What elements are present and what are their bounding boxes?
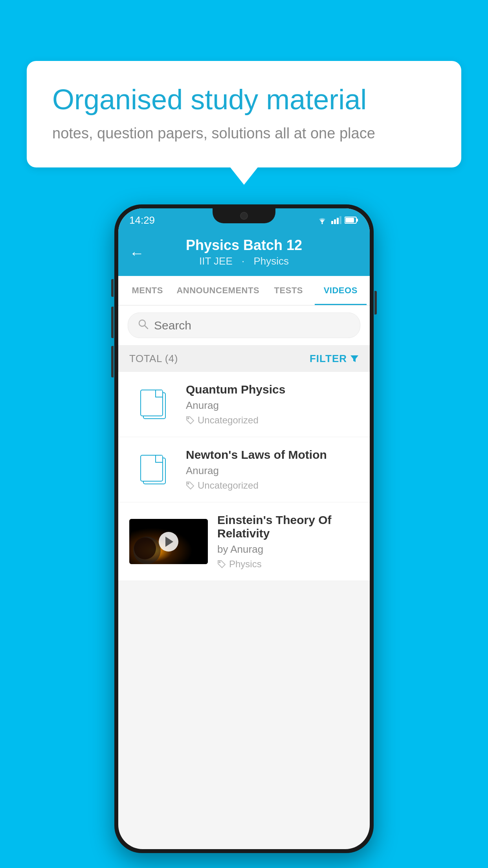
- play-triangle-icon: [165, 537, 173, 547]
- file-icon-front: [140, 390, 163, 416]
- file-icon: [140, 455, 166, 484]
- tab-videos[interactable]: VIDEOS: [315, 276, 367, 305]
- tabs-bar: MENTS ANNOUNCEMENTS TESTS VIDEOS: [118, 276, 370, 305]
- filter-funnel-icon: [350, 355, 359, 363]
- video-title: Quantum Physics: [186, 383, 359, 396]
- tag-icon: [217, 560, 226, 568]
- header-tag2: Physics: [253, 255, 289, 267]
- phone-frame: 14:29: [114, 204, 374, 853]
- video-author: Anurag: [186, 465, 359, 477]
- signal-icon: [331, 216, 341, 224]
- status-time: 14:29: [129, 214, 155, 226]
- speech-bubble-container: Organised study material notes, question…: [27, 61, 461, 167]
- file-icon-placeholder: [129, 387, 176, 422]
- speech-bubble-subtext: notes, question papers, solutions all at…: [52, 125, 436, 142]
- list-item[interactable]: Einstein's Theory Of Relativity by Anura…: [118, 502, 370, 581]
- tab-announcements[interactable]: ANNOUNCEMENTS: [173, 276, 262, 305]
- video-title: Einstein's Theory Of Relativity: [217, 513, 359, 540]
- header-subtitle: IIT JEE · Physics: [129, 255, 359, 267]
- file-icon-placeholder: [129, 452, 176, 487]
- svg-rect-2: [345, 218, 354, 223]
- tag-label: Uncategorized: [198, 480, 259, 491]
- file-icon-front: [140, 455, 163, 482]
- search-icon: [138, 318, 149, 332]
- video-tag: Uncategorized: [186, 480, 359, 491]
- svg-point-7: [188, 483, 189, 484]
- tab-ments[interactable]: MENTS: [121, 276, 173, 305]
- wifi-icon: [316, 216, 328, 224]
- phone-notch: [213, 208, 275, 223]
- phone-screen: 14:29: [118, 208, 370, 849]
- video-info: Einstein's Theory Of Relativity by Anura…: [217, 513, 359, 570]
- video-info: Newton's Laws of Motion Anurag Uncategor…: [186, 448, 359, 491]
- header-tag1: IIT JEE: [199, 255, 233, 267]
- svg-point-10: [134, 537, 156, 559]
- video-title: Newton's Laws of Motion: [186, 448, 359, 462]
- tag-label: Physics: [229, 559, 262, 570]
- search-container: [118, 305, 370, 346]
- camera-dot: [240, 212, 248, 220]
- filter-button[interactable]: FILTER: [310, 353, 359, 365]
- video-tag: Physics: [217, 559, 359, 570]
- video-tag: Uncategorized: [186, 415, 359, 426]
- svg-point-6: [188, 418, 189, 419]
- tag-label: Uncategorized: [198, 415, 259, 426]
- app-header: ← Physics Batch 12 IIT JEE · Physics: [118, 230, 370, 276]
- battery-icon: [345, 216, 359, 224]
- tab-tests[interactable]: TESTS: [262, 276, 314, 305]
- svg-rect-3: [356, 219, 358, 222]
- tag-icon: [186, 481, 194, 490]
- video-author: Anurag: [186, 399, 359, 412]
- list-item[interactable]: Newton's Laws of Motion Anurag Uncategor…: [118, 437, 370, 502]
- filter-label: FILTER: [310, 353, 347, 365]
- power-button: [374, 291, 377, 314]
- svg-point-0: [321, 223, 323, 224]
- volume-up-button: [111, 307, 114, 338]
- svg-line-5: [145, 326, 148, 329]
- silent-button: [111, 279, 114, 297]
- back-button[interactable]: ←: [129, 245, 144, 261]
- header-title: Physics Batch 12: [129, 237, 359, 254]
- search-wrapper[interactable]: [128, 313, 360, 338]
- play-button[interactable]: [159, 532, 178, 552]
- video-list: Quantum Physics Anurag Uncategorized: [118, 372, 370, 581]
- tag-icon: [186, 416, 194, 425]
- header-tag-separator: ·: [242, 255, 244, 267]
- video-thumbnail: [129, 519, 208, 564]
- file-icon: [140, 390, 166, 419]
- video-author: by Anurag: [217, 543, 359, 555]
- speech-bubble: Organised study material notes, question…: [27, 61, 461, 167]
- volume-down-button: [111, 346, 114, 377]
- svg-point-11: [219, 562, 220, 563]
- status-icons: [316, 216, 359, 224]
- video-info: Quantum Physics Anurag Uncategorized: [186, 383, 359, 426]
- filter-bar: TOTAL (4) FILTER: [118, 346, 370, 372]
- list-item[interactable]: Quantum Physics Anurag Uncategorized: [118, 372, 370, 437]
- total-count: TOTAL (4): [129, 353, 178, 365]
- search-input[interactable]: [154, 319, 350, 332]
- speech-bubble-heading: Organised study material: [52, 83, 436, 116]
